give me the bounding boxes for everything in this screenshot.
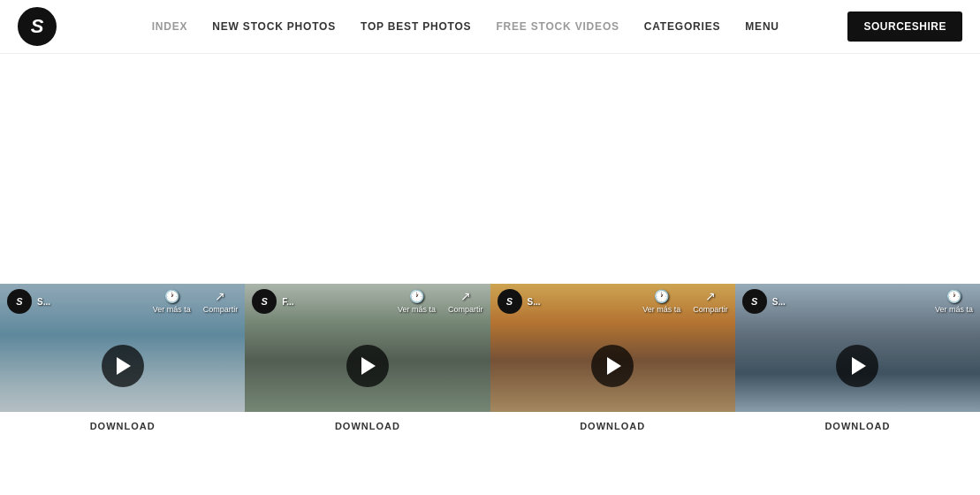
nav-free-stock-videos[interactable]: FREE STOCK VIDEOS: [496, 20, 619, 33]
site-header: S INDEX NEW STOCK PHOTOS TOP BEST PHOTOS…: [0, 0, 980, 54]
cta-button[interactable]: SOURCESHIRE: [847, 11, 962, 42]
channel-name-1: S...: [37, 297, 50, 307]
video-actions-3: 🕐 Ver más ta ↗ Compartir: [642, 289, 728, 314]
share-btn-3[interactable]: ↗ Compartir: [693, 289, 728, 314]
share-icon-3: ↗: [705, 289, 716, 303]
clock-icon-4: 🕐: [946, 289, 961, 303]
video-actions-2: 🕐 Ver más ta ↗ Compartir: [398, 289, 483, 314]
video-item-2: S F... 🕐 Ver más ta ↗ Compartir: [245, 284, 490, 438]
share-icon-1: ↗: [215, 289, 225, 303]
play-icon-3: [607, 357, 621, 375]
video-logo-1: S: [7, 289, 32, 314]
video-logo-2: S: [252, 289, 277, 314]
play-button-3[interactable]: [591, 345, 634, 387]
download-label-4[interactable]: DOWNLOAD: [824, 412, 890, 438]
clock-icon-2: 🕐: [409, 289, 424, 303]
share-icon-2: ↗: [460, 289, 471, 303]
video-grid: S S... 🕐 Ver más ta ↗ Compartir: [0, 284, 980, 438]
video-overlay-2: S F... 🕐 Ver más ta ↗ Compartir: [245, 284, 490, 412]
video-topbar-1: S S... 🕐 Ver más ta ↗ Compartir: [0, 284, 245, 319]
video-thumb-3[interactable]: S S... 🕐 Ver más ta ↗ Compartir: [490, 284, 735, 412]
main-nav: INDEX NEW STOCK PHOTOS TOP BEST PHOTOS F…: [83, 20, 847, 33]
play-center-4: [735, 319, 980, 412]
watch-later-btn-2[interactable]: 🕐 Ver más ta: [398, 289, 436, 314]
nav-new-stock-photos[interactable]: NEW STOCK PHOTOS: [212, 20, 336, 33]
play-icon-4: [852, 357, 866, 375]
play-center-2: [245, 319, 490, 412]
download-label-3[interactable]: DOWNLOAD: [580, 412, 645, 438]
channel-name-3: S...: [528, 297, 541, 307]
video-topbar-2: S F... 🕐 Ver más ta ↗ Compartir: [245, 284, 490, 319]
play-button-4[interactable]: [836, 345, 878, 387]
video-overlay-3: S S... 🕐 Ver más ta ↗ Compartir: [490, 284, 735, 412]
video-overlay-4: S S... 🕐 Ver más ta: [735, 284, 980, 412]
video-thumb-4[interactable]: S S... 🕐 Ver más ta: [735, 284, 980, 412]
play-center-1: [0, 319, 245, 412]
logo-icon: S: [18, 7, 57, 46]
video-thumb-2[interactable]: S F... 🕐 Ver más ta ↗ Compartir: [245, 284, 490, 412]
watch-later-btn-3[interactable]: 🕐 Ver más ta: [642, 289, 680, 314]
play-icon-2: [361, 357, 376, 375]
nav-index[interactable]: INDEX: [152, 20, 188, 33]
site-logo[interactable]: S: [18, 7, 57, 46]
nav-categories[interactable]: CATEGORIES: [644, 20, 720, 33]
video-topbar-3: S S... 🕐 Ver más ta ↗ Compartir: [490, 284, 735, 319]
video-overlay-1: S S... 🕐 Ver más ta ↗ Compartir: [0, 284, 245, 412]
play-button-1[interactable]: [102, 345, 144, 387]
video-topbar-4: S S... 🕐 Ver más ta: [735, 284, 980, 319]
share-btn-1[interactable]: ↗ Compartir: [203, 289, 239, 314]
video-actions-1: 🕐 Ver más ta ↗ Compartir: [153, 289, 239, 314]
share-btn-2[interactable]: ↗ Compartir: [448, 289, 483, 314]
video-actions-4: 🕐 Ver más ta: [935, 289, 973, 314]
channel-name-4: S...: [772, 297, 786, 307]
play-button-2[interactable]: [346, 345, 389, 387]
clock-icon-3: 🕐: [654, 289, 669, 303]
video-logo-4: S: [742, 289, 767, 314]
video-item-3: S S... 🕐 Ver más ta ↗ Compartir: [490, 284, 735, 438]
clock-icon-1: 🕐: [164, 289, 179, 303]
play-center-3: [490, 319, 735, 412]
watch-later-btn-4[interactable]: 🕐 Ver más ta: [935, 289, 973, 314]
download-label-1[interactable]: DOWNLOAD: [90, 412, 156, 438]
banner-area: [0, 54, 980, 284]
nav-top-best-photos[interactable]: TOP BEST PHOTOS: [361, 20, 471, 33]
video-item-4: S S... 🕐 Ver más ta DOWNLOAD: [735, 284, 980, 438]
channel-name-2: F...: [282, 297, 293, 307]
play-icon-1: [117, 357, 131, 375]
video-item-1: S S... 🕐 Ver más ta ↗ Compartir: [0, 284, 245, 438]
download-label-2[interactable]: DOWNLOAD: [335, 412, 400, 438]
watch-later-btn-1[interactable]: 🕐 Ver más ta: [153, 289, 191, 314]
nav-menu[interactable]: MENU: [745, 20, 779, 33]
video-thumb-1[interactable]: S S... 🕐 Ver más ta ↗ Compartir: [0, 284, 245, 412]
video-logo-3: S: [498, 289, 522, 314]
